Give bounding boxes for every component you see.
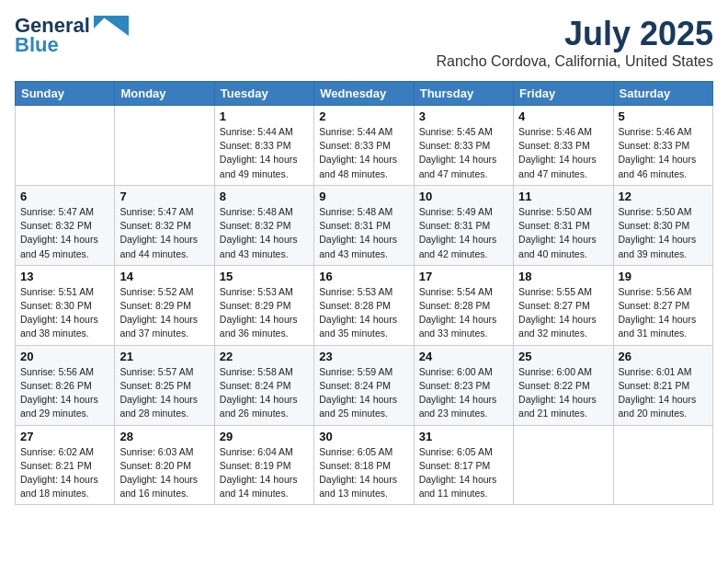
calendar-table: SundayMondayTuesdayWednesdayThursdayFrid…: [15, 81, 713, 505]
calendar-cell: 5Sunrise: 5:46 AM Sunset: 8:33 PM Daylig…: [613, 106, 712, 186]
calendar-cell: 26Sunrise: 6:01 AM Sunset: 8:21 PM Dayli…: [613, 345, 712, 425]
calendar-header: SundayMondayTuesdayWednesdayThursdayFrid…: [16, 82, 713, 106]
day-info: Sunrise: 5:50 AM Sunset: 8:30 PM Dayligh…: [619, 205, 708, 261]
day-number: 1: [220, 109, 309, 123]
day-number: 27: [20, 430, 109, 443]
day-info: Sunrise: 5:56 AM Sunset: 8:27 PM Dayligh…: [619, 285, 708, 341]
calendar-cell: 27Sunrise: 6:02 AM Sunset: 8:21 PM Dayli…: [16, 425, 115, 505]
day-number: 18: [518, 270, 608, 283]
day-number: 11: [518, 190, 608, 203]
calendar-week-row: 1Sunrise: 5:44 AM Sunset: 8:33 PM Daylig…: [16, 106, 713, 186]
day-info: Sunrise: 5:47 AM Sunset: 8:32 PM Dayligh…: [20, 205, 109, 261]
calendar-cell: 31Sunrise: 6:05 AM Sunset: 8:17 PM Dayli…: [414, 425, 513, 505]
calendar-body: 1Sunrise: 5:44 AM Sunset: 8:33 PM Daylig…: [16, 106, 713, 505]
calendar-cell: 8Sunrise: 5:48 AM Sunset: 8:32 PM Daylig…: [214, 185, 313, 265]
calendar-cell: 17Sunrise: 5:54 AM Sunset: 8:28 PM Dayli…: [414, 265, 513, 345]
logo: General Blue: [15, 15, 129, 57]
calendar-cell: 6Sunrise: 5:47 AM Sunset: 8:32 PM Daylig…: [16, 185, 115, 265]
weekday-header: Wednesday: [314, 82, 414, 106]
day-info: Sunrise: 6:04 AM Sunset: 8:19 PM Dayligh…: [220, 445, 309, 501]
day-number: 22: [220, 350, 309, 363]
calendar-cell: 30Sunrise: 6:05 AM Sunset: 8:18 PM Dayli…: [314, 425, 414, 505]
calendar-cell: 22Sunrise: 5:58 AM Sunset: 8:24 PM Dayli…: [214, 345, 313, 425]
day-info: Sunrise: 5:50 AM Sunset: 8:31 PM Dayligh…: [518, 205, 608, 261]
day-number: 8: [220, 190, 309, 203]
day-info: Sunrise: 5:46 AM Sunset: 8:33 PM Dayligh…: [619, 125, 708, 181]
day-info: Sunrise: 5:47 AM Sunset: 8:32 PM Dayligh…: [119, 205, 209, 261]
day-info: Sunrise: 6:05 AM Sunset: 8:17 PM Dayligh…: [419, 445, 508, 501]
logo-blue: Blue: [15, 33, 59, 57]
day-number: 3: [419, 109, 508, 123]
day-number: 6: [20, 190, 109, 203]
day-info: Sunrise: 5:55 AM Sunset: 8:27 PM Dayligh…: [518, 285, 608, 341]
day-info: Sunrise: 6:01 AM Sunset: 8:21 PM Dayligh…: [619, 365, 708, 421]
calendar-cell: 25Sunrise: 6:00 AM Sunset: 8:22 PM Dayli…: [514, 345, 613, 425]
day-number: 2: [319, 109, 408, 123]
calendar-cell: 19Sunrise: 5:56 AM Sunset: 8:27 PM Dayli…: [613, 265, 712, 345]
calendar-cell: 7Sunrise: 5:47 AM Sunset: 8:32 PM Daylig…: [115, 185, 214, 265]
calendar-cell: 1Sunrise: 5:44 AM Sunset: 8:33 PM Daylig…: [214, 106, 313, 186]
calendar-cell: 14Sunrise: 5:52 AM Sunset: 8:29 PM Dayli…: [115, 265, 214, 345]
day-number: 25: [518, 350, 608, 363]
calendar-cell: 12Sunrise: 5:50 AM Sunset: 8:30 PM Dayli…: [613, 185, 712, 265]
day-info: Sunrise: 6:03 AM Sunset: 8:20 PM Dayligh…: [119, 445, 209, 501]
calendar-cell: 11Sunrise: 5:50 AM Sunset: 8:31 PM Dayli…: [514, 185, 613, 265]
day-number: 10: [419, 190, 508, 203]
day-number: 15: [220, 270, 309, 283]
day-info: Sunrise: 5:51 AM Sunset: 8:30 PM Dayligh…: [20, 285, 109, 341]
day-number: 4: [518, 109, 608, 123]
day-info: Sunrise: 5:48 AM Sunset: 8:31 PM Dayligh…: [319, 205, 408, 261]
weekday-header: Thursday: [414, 82, 513, 106]
day-number: 12: [619, 190, 708, 203]
day-info: Sunrise: 6:00 AM Sunset: 8:22 PM Dayligh…: [518, 365, 608, 421]
calendar-cell: [16, 106, 115, 186]
calendar-cell: 24Sunrise: 6:00 AM Sunset: 8:23 PM Dayli…: [414, 345, 513, 425]
day-info: Sunrise: 5:57 AM Sunset: 8:25 PM Dayligh…: [119, 365, 209, 421]
weekday-header: Monday: [115, 82, 214, 106]
day-info: Sunrise: 5:44 AM Sunset: 8:33 PM Dayligh…: [220, 125, 309, 181]
calendar-cell: 18Sunrise: 5:55 AM Sunset: 8:27 PM Dayli…: [514, 265, 613, 345]
calendar-weekday-row: SundayMondayTuesdayWednesdayThursdayFrid…: [16, 82, 713, 106]
calendar-cell: 15Sunrise: 5:53 AM Sunset: 8:29 PM Dayli…: [214, 265, 313, 345]
calendar-cell: [115, 106, 214, 186]
day-info: Sunrise: 5:52 AM Sunset: 8:29 PM Dayligh…: [119, 285, 209, 341]
calendar-cell: 10Sunrise: 5:49 AM Sunset: 8:31 PM Dayli…: [414, 185, 513, 265]
day-info: Sunrise: 6:05 AM Sunset: 8:18 PM Dayligh…: [319, 445, 408, 501]
day-info: Sunrise: 5:54 AM Sunset: 8:28 PM Dayligh…: [419, 285, 508, 341]
day-info: Sunrise: 6:02 AM Sunset: 8:21 PM Dayligh…: [20, 445, 109, 501]
calendar-cell: 2Sunrise: 5:44 AM Sunset: 8:33 PM Daylig…: [314, 106, 414, 186]
month-title: July 2025: [437, 15, 714, 53]
day-number: 9: [319, 190, 408, 203]
day-info: Sunrise: 5:49 AM Sunset: 8:31 PM Dayligh…: [419, 205, 508, 261]
day-info: Sunrise: 5:58 AM Sunset: 8:24 PM Dayligh…: [220, 365, 309, 421]
day-info: Sunrise: 5:56 AM Sunset: 8:26 PM Dayligh…: [20, 365, 109, 421]
calendar-cell: 16Sunrise: 5:53 AM Sunset: 8:28 PM Dayli…: [314, 265, 414, 345]
day-info: Sunrise: 5:59 AM Sunset: 8:24 PM Dayligh…: [319, 365, 408, 421]
day-info: Sunrise: 5:53 AM Sunset: 8:28 PM Dayligh…: [319, 285, 408, 341]
day-number: 26: [619, 350, 708, 363]
day-info: Sunrise: 6:00 AM Sunset: 8:23 PM Dayligh…: [419, 365, 508, 421]
calendar-week-row: 27Sunrise: 6:02 AM Sunset: 8:21 PM Dayli…: [16, 425, 713, 505]
title-area: July 2025 Rancho Cordova, California, Un…: [437, 15, 714, 70]
day-number: 14: [119, 270, 209, 283]
weekday-header: Tuesday: [214, 82, 313, 106]
calendar-week-row: 13Sunrise: 5:51 AM Sunset: 8:30 PM Dayli…: [16, 265, 713, 345]
day-number: 17: [419, 270, 508, 283]
day-number: 19: [619, 270, 708, 283]
page-header: General Blue July 2025 Rancho Cordova, C…: [15, 15, 713, 70]
day-number: 16: [319, 270, 408, 283]
day-number: 13: [20, 270, 109, 283]
calendar-week-row: 20Sunrise: 5:56 AM Sunset: 8:26 PM Dayli…: [16, 345, 713, 425]
day-info: Sunrise: 5:46 AM Sunset: 8:33 PM Dayligh…: [518, 125, 608, 181]
calendar-week-row: 6Sunrise: 5:47 AM Sunset: 8:32 PM Daylig…: [16, 185, 713, 265]
calendar-cell: 23Sunrise: 5:59 AM Sunset: 8:24 PM Dayli…: [314, 345, 414, 425]
weekday-header: Saturday: [613, 82, 712, 106]
day-number: 21: [119, 350, 209, 363]
logo-icon: [94, 16, 129, 36]
calendar-cell: 9Sunrise: 5:48 AM Sunset: 8:31 PM Daylig…: [314, 185, 414, 265]
calendar-cell: 20Sunrise: 5:56 AM Sunset: 8:26 PM Dayli…: [16, 345, 115, 425]
weekday-header: Sunday: [16, 82, 115, 106]
weekday-header: Friday: [514, 82, 613, 106]
day-number: 5: [619, 109, 708, 123]
day-number: 30: [319, 430, 408, 443]
